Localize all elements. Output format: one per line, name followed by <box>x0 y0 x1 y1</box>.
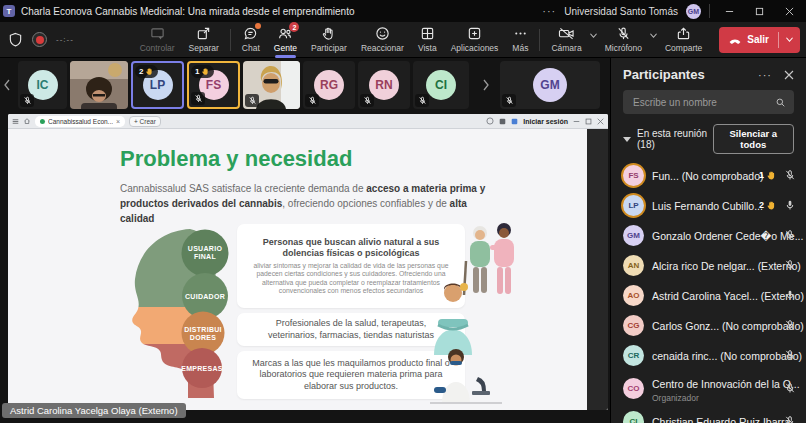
extensions-icon <box>499 118 506 125</box>
section-collapse-icon[interactable] <box>623 137 631 142</box>
bookmark-icon <box>511 118 518 125</box>
account-avatar[interactable]: GM <box>686 4 701 19</box>
mic-off-icon <box>616 26 631 41</box>
popout-button[interactable]: Separar <box>182 23 226 57</box>
participants-panel: Participantes ··· En esta reunión (18) S… <box>610 58 806 423</box>
record-indicator-icon[interactable] <box>32 32 47 47</box>
avatar: CI <box>623 411 644 423</box>
search-input[interactable] <box>631 96 775 109</box>
shared-browser-window: Cannabissalud Econ... × + Crear Iniciar … <box>8 114 608 410</box>
camera-off-icon <box>558 26 575 41</box>
share-button[interactable]: Comparte <box>658 23 709 57</box>
browser-close-icon <box>597 118 604 125</box>
panel-more-icon[interactable]: ··· <box>758 69 772 81</box>
tab-close-icon: × <box>116 118 120 125</box>
mic-on-icon <box>784 199 796 211</box>
mic-off-icon <box>784 259 796 271</box>
video-tile-camera-2[interactable] <box>243 61 300 109</box>
participant-row[interactable]: AN Alcira rico De nelgar... (Externo) <box>611 250 806 280</box>
participant-row[interactable]: FS Fun... (No comprobado) 1 <box>611 160 806 190</box>
meeting-toolbar: --:-- Controlar Separar Chat 2 Gente Par… <box>0 22 806 58</box>
menu-icon <box>12 118 19 125</box>
video-tile-fs[interactable]: FS 1 <box>187 61 240 109</box>
participant-row[interactable]: GM Gonzalo Ordener Cede�o Me... <box>611 220 806 250</box>
mic-off-icon <box>415 94 429 107</box>
panel-close-icon[interactable] <box>784 70 794 80</box>
participant-row[interactable]: CG Carlos Gonz... (No comprobado) <box>611 310 806 340</box>
new-tab-button: + Crear <box>129 116 161 127</box>
mute-all-button[interactable]: Silenciar a todos <box>713 124 794 154</box>
video-tile-gm[interactable]: GM <box>500 61 600 109</box>
participant-row[interactable]: LP Luis Fernando Cubillo... 2 <box>611 190 806 220</box>
meeting-title: Charla Econova Cannabis Medicinal: Una m… <box>21 6 355 17</box>
participant-search[interactable] <box>623 90 794 114</box>
chat-icon <box>243 26 258 41</box>
chat-button[interactable]: Chat <box>235 23 267 57</box>
home-icon <box>23 117 31 125</box>
raised-hand-badge: 2 <box>759 200 777 211</box>
strip-scroll-right-icon[interactable] <box>482 79 490 91</box>
video-tile-lp[interactable]: LP 2 <box>131 61 184 109</box>
mic-off-icon <box>784 415 796 423</box>
raised-hand-badge: 2 <box>135 65 158 78</box>
signin-label: Iniciar sesión <box>523 118 568 125</box>
video-tile-camera-1[interactable] <box>70 61 128 109</box>
panel-title: Participantes <box>623 67 705 82</box>
leave-label: Salir <box>747 34 769 45</box>
shared-screen-stage[interactable]: Cannabissalud Econ... × + Crear Iniciar … <box>0 112 610 423</box>
camera-chevron-icon[interactable] <box>589 32 598 39</box>
video-tile-ic[interactable]: IC <box>18 61 67 109</box>
mic-button[interactable]: Micrófono <box>598 23 649 57</box>
mic-off-icon <box>784 319 796 331</box>
react-button[interactable]: Reaccionar <box>354 23 411 57</box>
mic-off-icon <box>784 349 796 361</box>
mic-off-icon <box>360 94 374 107</box>
camera-button[interactable]: Cámara <box>544 23 588 57</box>
minimize-icon[interactable] <box>718 3 740 19</box>
mic-on-icon <box>784 289 796 301</box>
strip-scroll-left-icon[interactable] <box>3 79 11 91</box>
participant-row[interactable]: CO Centro de Innovación del la O... Orga… <box>611 370 806 406</box>
participant-filmstrip: IC LP 2 FS 1 RG RN CI <box>0 58 610 112</box>
participant-row[interactable]: AO Astrid Carolina Yacel... (Externo) <box>611 280 806 310</box>
mic-chevron-icon[interactable] <box>649 32 658 39</box>
mic-off-icon <box>305 94 319 107</box>
avatar: AN <box>623 255 644 276</box>
avatar: CO <box>623 378 644 399</box>
mic-off-icon <box>20 94 34 107</box>
video-tile-rn[interactable]: RN <box>358 61 410 109</box>
leave-button[interactable]: Salir <box>719 27 800 53</box>
view-button[interactable]: Vista <box>411 23 444 57</box>
browser-tab: Cannabissalud Econ... × <box>35 116 125 127</box>
avatar: CI <box>426 70 456 100</box>
participant-name: Centro de Innovación del la O... <box>652 378 800 390</box>
mic-off-icon <box>245 94 259 107</box>
avatar: GM <box>533 68 567 102</box>
participant-list: FS Fun... (No comprobado) 1 LP Luis Fern… <box>611 160 806 423</box>
popout-icon <box>196 26 211 41</box>
slide-canvas: Problema y necesidad Cannabissalud SAS s… <box>8 129 608 410</box>
more-button[interactable]: Más <box>505 23 535 57</box>
raise-hand-button[interactable]: Participar <box>304 23 354 57</box>
camera-feed <box>70 61 128 109</box>
hangup-icon <box>728 33 742 47</box>
chat-unread-dot <box>255 23 261 29</box>
browser-chrome: Cannabissalud Econ... × + Crear Iniciar … <box>8 114 608 129</box>
svg-text:EMPRESAS: EMPRESAS <box>181 365 223 372</box>
apps-button[interactable]: Aplicaciones <box>444 23 506 57</box>
participant-row[interactable]: CR cenaida rinc... (No comprobado) <box>611 340 806 370</box>
raised-hand-badge: 1 <box>191 65 214 78</box>
participant-row[interactable]: CI Christian Eduardo Ruiz Ibarra <box>611 406 806 423</box>
titlebar-more-icon[interactable]: ··· <box>542 5 556 17</box>
video-tile-rg[interactable]: RG <box>303 61 355 109</box>
participant-name: Christian Eduardo Ruiz Ibarra <box>652 416 790 423</box>
mic-off-icon <box>784 382 796 394</box>
participant-name: Gonzalo Ordener Cede�o Me... <box>652 230 803 242</box>
teams-meeting-window: T Charla Econova Cannabis Medicinal: Una… <box>0 0 806 423</box>
close-icon[interactable] <box>778 3 800 19</box>
people-button[interactable]: 2 Gente <box>267 23 304 57</box>
leave-chevron-icon[interactable] <box>779 36 800 43</box>
raised-hand-badge: 1 <box>759 170 777 181</box>
video-tile-ci[interactable]: CI <box>413 61 469 109</box>
maximize-icon[interactable] <box>748 3 770 19</box>
